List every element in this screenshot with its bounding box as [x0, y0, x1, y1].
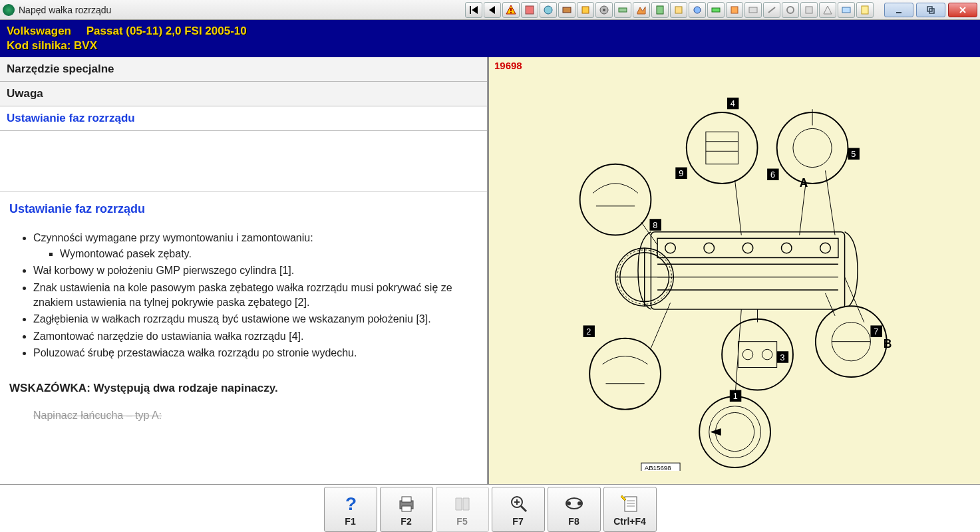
nav-timing[interactable]: Ustawianie faz rozrządu	[0, 106, 487, 131]
callout-6: 6	[767, 169, 778, 180]
footer-toolbar: ? F1 F2 F5 F7 F8 Ctrl+F4	[0, 484, 980, 532]
svg-point-98	[567, 501, 571, 505]
tool-icon-3[interactable]	[558, 2, 575, 18]
diagram-code: AB15698	[645, 464, 671, 471]
vehicle-model: Passat (05-11) 2,0 FSI 2005-10	[86, 25, 247, 37]
image-ref: 19698	[494, 60, 522, 71]
help-icon: ?	[340, 492, 361, 515]
zoom-icon	[508, 492, 529, 515]
titlebar: Napęd wałka rozrządu	[0, 0, 980, 20]
svg-point-11	[603, 9, 605, 11]
blank-area	[0, 131, 487, 191]
svg-rect-14	[657, 6, 663, 14]
svg-text:5: 5	[851, 150, 856, 159]
svg-rect-4	[510, 8, 512, 11]
nav-first-button[interactable]	[465, 2, 482, 18]
content-pane[interactable]: Ustawianie faz rozrządu Czynności wymaga…	[0, 191, 487, 484]
svg-text:4: 4	[731, 100, 735, 109]
tool-icon-17[interactable]	[819, 2, 836, 18]
tool-icon-8[interactable]	[651, 2, 669, 18]
content-list: Czynności wymagane przy wymontowaniu i z…	[9, 231, 478, 360]
list-item: Poluzować śrubę przestawiacza wałka rozr…	[33, 346, 478, 360]
tool-icon-14[interactable]	[763, 2, 780, 18]
tool-icon-7[interactable]	[633, 2, 650, 18]
svg-rect-5	[510, 12, 512, 13]
svg-rect-19	[749, 7, 757, 13]
tool-icon-1[interactable]	[521, 2, 538, 18]
svg-point-41	[580, 164, 651, 235]
tool-icon-16[interactable]	[800, 2, 818, 18]
nav-tools[interactable]: Narzędzie specjalne	[0, 57, 487, 82]
svg-rect-91	[402, 497, 411, 502]
list-item: Zagłębienia w wałkach rozrządu muszą być…	[33, 312, 478, 327]
nav-prev-button[interactable]	[484, 2, 501, 18]
svg-point-37	[820, 243, 831, 253]
tool-icon-4[interactable]	[577, 2, 594, 18]
engine-code: BVX	[74, 39, 97, 52]
close-button[interactable]	[948, 3, 977, 17]
svg-rect-9	[582, 7, 589, 13]
letter-b: B	[884, 338, 892, 351]
tool-icon-15[interactable]	[782, 2, 799, 18]
maximize-button[interactable]	[916, 3, 945, 17]
nav-warning[interactable]: Uwaga	[0, 82, 487, 106]
svg-point-7	[544, 6, 552, 14]
book-icon	[452, 492, 473, 515]
svg-rect-18	[731, 7, 738, 13]
tool-icon-13[interactable]	[744, 2, 762, 18]
svg-text:9: 9	[679, 169, 683, 178]
svg-marker-13	[637, 7, 645, 14]
svg-rect-12	[619, 8, 627, 12]
tool-icon-18[interactable]	[838, 2, 855, 18]
tool-icon-2[interactable]	[540, 2, 557, 18]
callout-8: 8	[649, 219, 661, 230]
print-button[interactable]: F2	[380, 487, 433, 532]
svg-rect-6	[526, 6, 534, 14]
zoom-button[interactable]: F7	[492, 487, 545, 532]
svg-rect-8	[563, 7, 571, 13]
tool-icon-9[interactable]	[670, 2, 687, 18]
svg-rect-28	[651, 232, 844, 309]
note-icon	[619, 492, 641, 515]
list-item: Czynności wymagane przy wymontowaniu i z…	[33, 231, 478, 261]
warning-icon[interactable]	[502, 2, 520, 18]
tool-icon-11[interactable]	[707, 2, 725, 18]
svg-rect-23	[842, 7, 850, 13]
svg-rect-29	[657, 239, 838, 258]
list-item: Wał korbowy w położeniu GMP pierwszego c…	[33, 263, 478, 278]
callout-9: 9	[675, 168, 687, 179]
minimize-button[interactable]	[884, 3, 913, 17]
callout-4: 4	[727, 98, 738, 109]
app-icon	[3, 4, 15, 16]
list-subitem: Wymontować pasek zębaty.	[60, 247, 478, 261]
list-item: Znak ustawienia na kole pasowym paska zę…	[33, 281, 478, 309]
svg-text:6: 6	[770, 170, 775, 180]
hint-text: WSKAZÓWKA: Występują dwa rodzaje napinac…	[9, 382, 478, 395]
tool-icon-19[interactable]	[856, 2, 874, 18]
callout-3: 3	[777, 351, 788, 362]
svg-point-99	[577, 501, 581, 505]
svg-point-36	[781, 243, 792, 253]
tool-icon-12[interactable]	[726, 2, 743, 18]
svg-rect-17	[712, 8, 720, 12]
tool-icon-6[interactable]	[614, 2, 631, 18]
print-icon	[396, 492, 417, 515]
callout-2: 2	[583, 326, 594, 337]
belt-button[interactable]: F8	[548, 487, 601, 532]
svg-point-35	[742, 243, 753, 253]
book-button: F5	[436, 487, 489, 532]
svg-rect-21	[806, 7, 812, 13]
window-title: Napęd wałka rozrządu	[19, 5, 111, 15]
tool-icon-10[interactable]	[689, 2, 706, 18]
svg-text:2: 2	[586, 327, 591, 336]
svg-line-68	[825, 171, 835, 235]
svg-marker-2	[489, 6, 495, 14]
note-button[interactable]: Ctrl+F4	[603, 487, 657, 532]
tool-icon-5[interactable]	[595, 2, 613, 18]
svg-point-34	[704, 243, 715, 253]
list-item: Zamontować narzędzie do ustawiania wałka…	[33, 329, 478, 344]
help-button[interactable]: ? F1	[324, 487, 377, 532]
svg-line-62	[735, 180, 742, 235]
content-heading: Ustawianie faz rozrządu	[9, 202, 478, 216]
svg-line-94	[521, 506, 526, 511]
